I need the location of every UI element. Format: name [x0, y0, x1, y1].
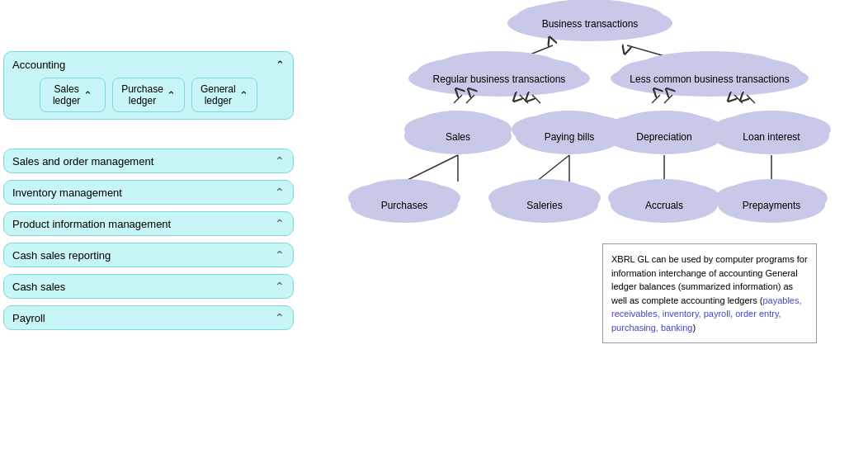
inventory-management-item[interactable]: Inventory management ⌃ — [3, 180, 294, 205]
general-ledger-label: Generalledger — [200, 83, 236, 106]
info-box: XBRL GL can be used by computer programs… — [602, 243, 817, 343]
paying-bills-label: Paying bills — [545, 131, 595, 143]
payroll-label: Payroll — [12, 312, 45, 324]
saleries-label: Saleries — [526, 200, 562, 211]
svg-line-14 — [454, 95, 462, 103]
accounting-header: Accounting ⌃ — [12, 59, 285, 71]
svg-line-20 — [734, 95, 743, 103]
svg-line-21 — [747, 95, 755, 103]
purchase-ledger-label: Purchaseledger — [121, 83, 163, 106]
sales-order-icon: ⌃ — [275, 154, 285, 168]
svg-line-40 — [536, 155, 569, 182]
general-ledger-item[interactable]: Generalledger ⌃ — [191, 78, 257, 112]
cash-sales-reporting-icon: ⌃ — [275, 248, 285, 262]
svg-line-38 — [404, 155, 458, 182]
purchases-label: Purchases — [381, 200, 428, 211]
cash-sales-label: Cash sales — [12, 281, 65, 293]
less-common-label: Less common business transactions — [630, 73, 789, 85]
purchase-ledger-icon: ⌃ — [167, 89, 176, 102]
svg-line-16 — [520, 95, 528, 103]
accruals-label: Accruals — [645, 200, 683, 211]
product-info-management-item[interactable]: Product information management ⌃ — [3, 211, 294, 236]
cash-sales-reporting-label: Cash sales reporting — [12, 249, 111, 262]
svg-line-19 — [664, 95, 672, 103]
sales-ledger-icon: ⌃ — [83, 89, 92, 102]
sales-ledger-label: Salesledger — [53, 83, 80, 106]
info-box-text: XBRL GL can be used by computer programs… — [611, 254, 808, 333]
ledger-row: Salesledger ⌃ Purchaseledger ⌃ Generalle… — [12, 78, 285, 112]
prepayments-label: Prepayments — [743, 200, 801, 211]
cash-sales-icon: ⌃ — [275, 280, 285, 293]
product-info-icon: ⌃ — [275, 217, 285, 230]
regular-business-label: Regular business transactions — [433, 73, 566, 85]
accounting-chevron-icon[interactable]: ⌃ — [276, 59, 285, 71]
loan-interest-label: Loan interest — [743, 131, 800, 143]
accounting-title-text: Accounting — [12, 59, 65, 71]
sales-order-label: Sales and order management — [12, 155, 153, 168]
cash-sales-item[interactable]: Cash sales ⌃ — [3, 274, 294, 299]
diagram-area: Business transactions Regular business t… — [322, 0, 866, 458]
general-ledger-icon: ⌃ — [239, 89, 248, 102]
svg-line-17 — [532, 95, 540, 103]
svg-line-18 — [652, 95, 660, 103]
purchase-ledger-item[interactable]: Purchaseledger ⌃ — [112, 78, 185, 112]
product-info-label: Product information management — [12, 218, 171, 230]
depreciation-label: Depreciation — [636, 131, 691, 143]
payroll-icon: ⌃ — [275, 311, 285, 324]
sales-ledger-item[interactable]: Salesledger ⌃ — [40, 78, 106, 112]
sales-label: Sales — [446, 131, 470, 143]
business-transactions-label: Business transactions — [542, 18, 639, 30]
accounting-section: Accounting ⌃ Salesledger ⌃ Purchaseledge… — [3, 51, 294, 120]
svg-line-15 — [466, 95, 474, 103]
cash-sales-reporting-item[interactable]: Cash sales reporting ⌃ — [3, 243, 294, 267]
inventory-management-icon: ⌃ — [275, 186, 285, 199]
inventory-management-label: Inventory management — [12, 187, 122, 199]
payroll-item[interactable]: Payroll ⌃ — [3, 305, 294, 330]
sales-order-management-item[interactable]: Sales and order management ⌃ — [3, 149, 294, 173]
